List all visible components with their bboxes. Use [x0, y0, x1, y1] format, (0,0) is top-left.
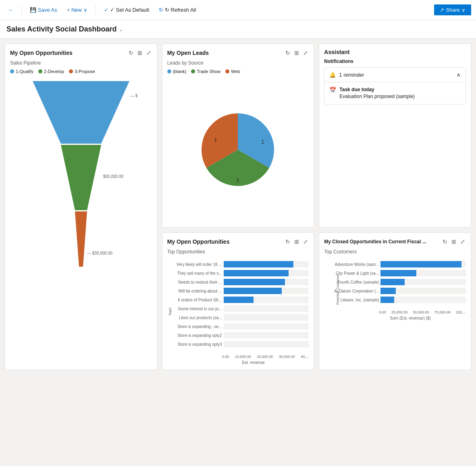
notifications-title: Notifications: [324, 59, 466, 64]
funnel-card-actions: ↻ ⊞ ⤢: [128, 49, 152, 57]
closed-opps-expand-button[interactable]: ⤢: [459, 238, 466, 246]
svg-text:— $36,000.00: — $36,000.00: [87, 251, 112, 255]
closed-bar-track-5: [380, 297, 466, 303]
closed-bar-row-2: City Power & Light (sa...: [330, 270, 466, 276]
back-icon: ←: [8, 7, 13, 13]
toolbar: ← 💾 Save As + New ∨ ✓ ✓ Set As Default ↻…: [0, 0, 476, 20]
closed-bar-row-1: Adventure Works (sam...: [330, 261, 466, 267]
funnel-card: My Open Opportunities ↻ ⊞ ⤢ Sales Pipeli…: [5, 44, 157, 370]
funnel-expand-button[interactable]: ⤢: [146, 49, 152, 57]
bar-row-10: Store is expanding opty3: [174, 341, 309, 347]
back-button[interactable]: ←: [5, 5, 17, 15]
save-icon: 💾: [30, 7, 36, 13]
bar-label-10: Store is expanding opty3: [174, 342, 222, 347]
leads-subtitle: Leads by Source: [167, 60, 309, 66]
top-opp-bar-chart: Very likely will order 18 ... They sell …: [174, 258, 309, 353]
svg-text:$55,000.00: $55,000.00: [103, 174, 123, 179]
bar-row-7: Likes our products (sa...: [174, 314, 309, 321]
bar-track-2: [224, 270, 309, 276]
bar-track-7: [224, 314, 309, 321]
bar-track-6: [224, 305, 309, 312]
assistant-card-header: Assistant: [324, 49, 466, 55]
refresh-icon: ↻: [159, 7, 163, 13]
closed-y-axis-label: Potential Customer: [336, 274, 340, 305]
legend-web: Web: [225, 69, 240, 74]
funnel-refresh-button[interactable]: ↻: [128, 49, 134, 57]
closed-opps-bar-chart: Adventure Works (sam... City Power & Lig…: [330, 258, 466, 309]
closed-bar-row-5: Litware, Inc. (sample): [330, 297, 466, 303]
bar-track-9: [224, 332, 309, 339]
leads-expand-button[interactable]: ⤢: [302, 49, 309, 57]
bar-track-4: [224, 288, 309, 294]
bar-label-2: They sell many of the s...: [174, 271, 222, 276]
develop-label: 2-Develop: [44, 69, 64, 74]
legend-qualify: 1-Qualify: [10, 69, 33, 74]
legend-develop: 2-Develop: [38, 69, 64, 74]
closed-opps-subtitle: Top Customers: [324, 249, 466, 255]
calendar-icon: 📅: [329, 87, 336, 93]
checkmark-icon: ✓: [104, 7, 108, 13]
notification-header[interactable]: 🔔 1 reminder ∧: [324, 68, 466, 82]
leads-card: My Open Leads ↻ ⊞ ⤢ Leads by Source (bla…: [162, 44, 314, 228]
y-axis-label: Topic: [168, 307, 172, 316]
assistant-card: Assistant Notifications 🔔 1 reminder ∧ 📅…: [319, 44, 471, 228]
chevron-down-icon: ∨: [83, 7, 87, 13]
open-opps-bottom-card: My Open Opportunities ↻ ⊞ ⤢ Top Opportun…: [162, 232, 314, 370]
closed-x-axis-labels: 0.0025,000.0050,000.0075,000.00100,...: [330, 310, 466, 314]
share-icon: ↗: [440, 7, 444, 13]
bar-track-5: [224, 297, 309, 303]
bar-row-6: Some interest in our pr...: [174, 305, 309, 312]
bar-track-10: [224, 341, 309, 347]
leads-card-header: My Open Leads ↻ ⊞ ⤢: [167, 49, 309, 57]
new-button[interactable]: + New ∨: [64, 5, 91, 15]
bar-row-9: Store is expanding opty2: [174, 332, 309, 339]
set-default-button[interactable]: ✓ ✓ Set As Default: [101, 5, 152, 15]
open-opps-expand-button[interactable]: ⤢: [302, 238, 309, 246]
funnel-chart: — $25,000.00 $55,000.00 — $36,000.00: [25, 77, 137, 271]
svg-marker-2: [75, 211, 87, 267]
propose-dot: [69, 69, 73, 73]
reminder-count: 1 reminder: [339, 72, 364, 78]
bell-icon: 🔔: [329, 72, 336, 78]
leads-export-button[interactable]: ⊞: [293, 49, 300, 57]
funnel-legend: 1-Qualify 2-Develop 3-Propose: [10, 69, 152, 74]
blank-dot: [167, 69, 171, 73]
svg-text:1: 1: [262, 139, 264, 145]
leads-refresh-button[interactable]: ↻: [285, 49, 291, 57]
svg-text:1: 1: [237, 178, 239, 183]
leads-card-actions: ↻ ⊞ ⤢: [285, 49, 309, 57]
closed-opps-export-button[interactable]: ⊞: [451, 238, 457, 246]
closed-bar-row-3: Fourth Coffee (sample): [330, 279, 466, 285]
closed-opps-bottom-card: My Closed Opportunities in Current Fisca…: [319, 232, 471, 370]
qualify-dot: [10, 69, 14, 73]
bar-label-4: Will be ordering about ...: [174, 289, 222, 293]
svg-marker-1: [61, 145, 101, 210]
tradeshow-dot: [191, 69, 195, 73]
x-axis-labels: 0.0010,000.0020,000.0030,000.0040,...: [174, 355, 309, 359]
open-opps-export-button[interactable]: ⊞: [293, 238, 300, 246]
share-button[interactable]: ↗ Share ∨: [434, 4, 471, 15]
funnel-subtitle: Sales Pipeline: [10, 60, 152, 66]
funnel-export-button[interactable]: ⊞: [137, 49, 143, 57]
collapse-icon: ∧: [457, 72, 461, 78]
closed-opps-bottom-title: My Closed Opportunities in Current Fisca…: [324, 239, 426, 244]
svg-text:— $25,000.00: — $25,000.00: [130, 94, 137, 98]
page-header: Sales Activity Social Dashboard ⌄: [0, 20, 476, 39]
bar-label-7: Likes our products (sa...: [174, 316, 222, 320]
save-as-button[interactable]: 💾 Save As: [27, 5, 60, 15]
pie-chart: 1 1 1: [193, 105, 282, 194]
open-opps-bottom-header: My Open Opportunities ↻ ⊞ ⤢: [167, 238, 309, 246]
qualify-label: 1-Qualify: [16, 69, 33, 74]
task-desc: Evaluation Plan proposed (sample): [339, 93, 415, 100]
open-opps-bottom-title: My Open Opportunities: [167, 238, 230, 245]
share-chevron-icon: ∨: [461, 7, 466, 13]
closed-opps-refresh-button[interactable]: ↻: [442, 238, 448, 246]
bar-label-5: 6 orders of Product SK...: [174, 298, 222, 302]
page-title-chevron-icon[interactable]: ⌄: [119, 27, 123, 32]
tradeshow-label: Trade Show: [197, 69, 220, 74]
funnel-card-header: My Open Opportunities ↻ ⊞ ⤢: [10, 49, 152, 57]
refresh-button[interactable]: ↻ ↻ Refresh All: [156, 5, 199, 15]
blank-label: (blank): [173, 69, 187, 74]
open-opps-refresh-button[interactable]: ↻: [285, 238, 291, 246]
bar-row-5: 6 orders of Product SK...: [174, 297, 309, 303]
